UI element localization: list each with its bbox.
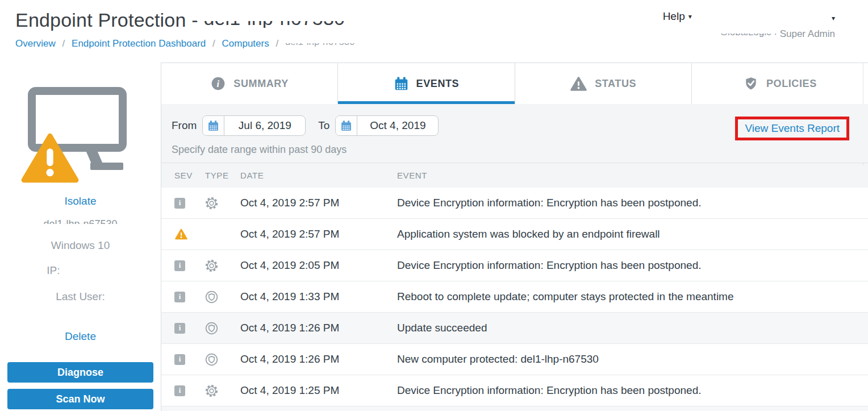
event-text: New computer protected: del1-lhp-n67530 [397,353,868,366]
account-role-line: GlobalLogic · Super Admin [720,28,835,40]
info-severity-icon: i [174,323,185,334]
tab-status-label: STATUS [595,78,636,90]
info-severity-icon: i [174,260,185,271]
table-row[interactable]: i Oct 4, 2019 1:26 PM Update succeeded [161,313,868,344]
tab-summary[interactable]: i SUMMARY [161,63,337,104]
ip-label: IP: [47,264,60,276]
delete-link[interactable]: Delete [65,330,96,342]
tab-summary-label: SUMMARY [233,78,289,90]
redacted-ip-value [63,265,114,274]
date-range-hint: Specify date range within past 90 days [172,144,845,156]
events-table-header: SEV TYPE DATE EVENT [161,163,868,188]
info-circle-icon: i [210,76,226,92]
svg-text:i: i [217,78,220,89]
help-label: Help [663,10,685,22]
breadcrumb-overview[interactable]: Overview [15,38,56,49]
gear-icon [205,384,218,397]
event-date: Oct 4, 2019 1:26 PM [240,353,397,366]
table-row[interactable]: i Oct 4, 2019 2:05 PM Device Encryption … [161,250,868,281]
to-calendar-button[interactable] [336,116,357,135]
table-row[interactable]: i Oct 4, 2019 2:57 PM Device Encryption … [161,188,868,219]
page-header: Endpoint Protection - del1-lhp-n67530 Ov… [0,0,868,63]
event-text: Device Encryption information: Encryptio… [397,384,868,397]
event-text: Device Encryption information: Encryptio… [397,197,868,209]
table-row[interactable]: i Oct 4, 2019 2:57 PM Application system… [161,219,868,250]
gear-icon [205,259,218,272]
warning-triangle-icon [570,76,587,92]
annotation-highlight-box: View Events Report [735,117,849,140]
breadcrumb-separator: / [62,38,65,49]
column-header-sev: SEV [174,171,205,180]
account-role: Super Admin [780,28,835,39]
event-text: Device Encryption information: Encryptio… [397,259,868,272]
redacted-last-user [44,309,117,318]
event-text: Application system was blocked by an end… [397,228,868,240]
calendar-icon [394,76,409,92]
column-header-type: TYPE [205,171,240,180]
to-date-control: Oct 4, 2019 [335,115,439,136]
event-date: Oct 4, 2019 1:26 PM [240,322,397,334]
gear-icon [205,197,218,210]
table-row[interactable]: i Oct 4, 2019 1:25 PM Device Encryption … [161,375,868,406]
info-severity-icon: i [174,354,185,365]
table-row[interactable]: i Oct 4, 2019 1:26 PM New computer prote… [161,344,868,375]
breadcrumb-current-device: del1-lhp-n67530 [285,43,355,47]
info-severity-icon: i [174,198,185,209]
redacted-hostname: del1-lhp-n67530 [43,219,117,224]
breadcrumb-computers[interactable]: Computers [222,38,269,49]
chevron-down-icon: ▾ [688,13,692,20]
events-filter-bar: From Ju [161,104,868,163]
event-text: Reboot to complete update; computer stay… [397,290,868,303]
from-date-control: Jul 6, 2019 [202,115,306,136]
event-date: Oct 4, 2019 1:25 PM [240,384,397,397]
device-hostname: del1-lhp-n67530 [0,219,161,227]
view-events-report-link[interactable]: View Events Report [745,122,840,134]
chevron-down-icon: ▾ [832,14,835,22]
help-menu[interactable]: Help▾ [663,10,692,23]
from-label: From [172,119,197,132]
column-header-event: EVENT [397,171,868,180]
breadcrumb-separator: / [212,38,215,49]
event-date: Oct 4, 2019 2:57 PM [240,197,397,209]
from-date-input[interactable]: Jul 6, 2019 [224,116,305,135]
info-severity-icon: i [174,385,185,396]
shield-circle-icon [205,322,218,335]
isolate-link[interactable]: Isolate [65,195,97,207]
last-user-label: Last User: [0,290,161,303]
redacted-device-name: del1-lhp-n67530 [203,21,345,28]
table-row[interactable]: i Oct 4, 2019 1:33 PM Reboot to complete… [161,281,868,313]
tab-events[interactable]: EVENTS [337,63,514,104]
event-date: Oct 4, 2019 2:05 PM [240,259,397,272]
event-date: Oct 4, 2019 2:57 PM [240,228,397,240]
info-severity-icon: i [174,292,185,302]
events-table-body: i Oct 4, 2019 2:57 PM Device Encryption … [161,188,868,406]
device-os: Windows 10 [0,239,161,252]
page-title-prefix: Endpoint Protection - [15,9,198,31]
shield-circle-icon [205,353,218,366]
calendar-icon [207,120,219,132]
from-calendar-button[interactable] [203,116,224,135]
device-detail-panel: i SUMMARY EVENTS [161,63,868,411]
redacted-org-name: GlobalLogic [720,34,771,38]
column-header-date: DATE [240,171,397,180]
tab-policies[interactable]: POLICIES [691,63,868,104]
to-label: To [318,119,329,132]
tab-events-label: EVENTS [416,78,460,90]
redacted-user-name [727,10,828,22]
account-menu: ▾ GlobalLogic · Super Admin [720,10,835,40]
shield-circle-icon [205,290,218,304]
breadcrumb-separator: / [276,38,278,49]
scan-now-button[interactable]: Scan Now [7,389,153,409]
tab-status[interactable]: STATUS [515,63,691,104]
shield-check-icon [743,76,759,92]
warning-severity-icon [174,228,188,240]
diagnose-button[interactable]: Diagnose [7,362,153,383]
breadcrumb-endpoint-dashboard[interactable]: Endpoint Protection Dashboard [72,38,206,49]
tab-policies-label: POLICIES [766,78,817,90]
to-date-input[interactable]: Oct 4, 2019 [357,116,438,135]
breadcrumb: Overview / Endpoint Protection Dashboard… [15,38,868,49]
detail-tabs: i SUMMARY EVENTS [161,63,868,104]
device-status-visual [27,86,135,180]
calendar-icon [340,120,352,132]
account-user-menu[interactable]: ▾ [720,10,835,24]
